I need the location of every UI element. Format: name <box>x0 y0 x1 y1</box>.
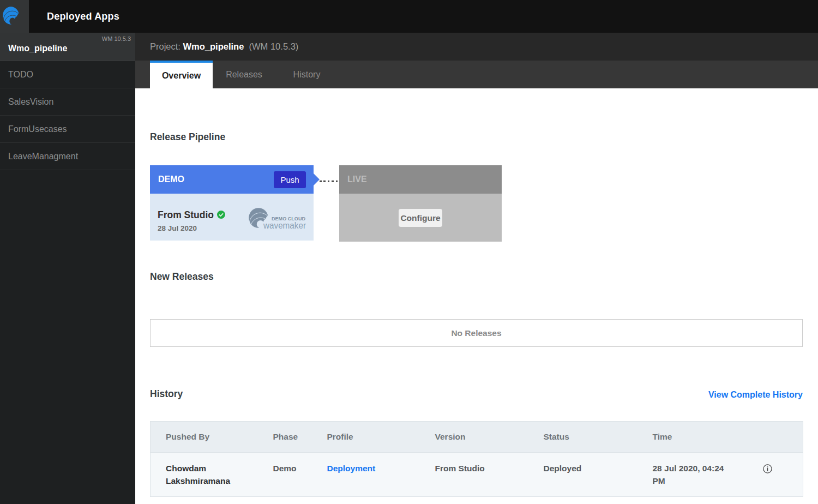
svg-text:wavemaker: wavemaker <box>263 220 306 230</box>
